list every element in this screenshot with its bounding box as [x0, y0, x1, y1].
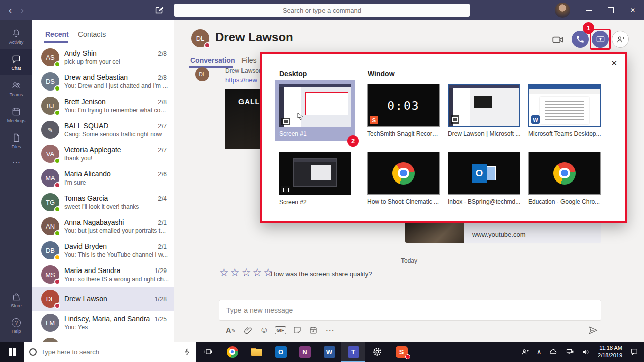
- list-item[interactable]: VA Victoria Applegate2/7thank you!: [32, 142, 174, 166]
- user-avatar[interactable]: [555, 3, 570, 18]
- task-view-button[interactable]: [196, 342, 220, 362]
- more-options-icon[interactable]: [323, 325, 336, 336]
- list-item-drew-lawson[interactable]: DL Drew Lawson1/28: [32, 287, 174, 311]
- onenote-icon: [299, 346, 311, 358]
- message-link[interactable]: https://new: [225, 76, 257, 84]
- taskbar-chrome[interactable]: [220, 342, 245, 362]
- sticker-icon[interactable]: [291, 325, 304, 336]
- files-icon: [11, 133, 21, 143]
- gif-icon[interactable]: GIF: [274, 325, 287, 336]
- tile-label: Drew Lawson | Microsoft ...: [448, 130, 521, 137]
- list-item[interactable]: TG Tomas Garcia2/4sweet i'll look it ove…: [32, 190, 174, 214]
- command-search-input[interactable]: [174, 4, 470, 17]
- presence-badge: [54, 85, 60, 92]
- people-icon[interactable]: [521, 348, 529, 356]
- onedrive-cloud-icon[interactable]: [549, 347, 558, 356]
- format-icon[interactable]: [224, 325, 237, 336]
- list-item[interactable]: AS Andy Shin2/8pick up from your cel: [32, 45, 174, 69]
- chrome-window-thumbnail: [367, 152, 440, 195]
- tab-files[interactable]: Files: [242, 56, 257, 64]
- taskbar-file-explorer[interactable]: [245, 342, 269, 362]
- help-icon: [12, 318, 21, 327]
- presence-badge: [54, 303, 60, 309]
- chevron-up-icon[interactable]: [537, 348, 541, 355]
- rating-stars[interactable]: ☆☆☆☆☆: [219, 266, 274, 279]
- sidebar-item-help[interactable]: Help: [0, 313, 32, 339]
- taskbar-clock[interactable]: 11:18 AM 2/18/2019: [598, 344, 622, 360]
- taskbar-teams[interactable]: [341, 342, 365, 362]
- taskbar-word[interactable]: [317, 342, 341, 362]
- avatar: MA: [41, 169, 59, 187]
- list-item[interactable]: AN Anna Nagabayashi2/1You: but just emai…: [32, 214, 174, 238]
- outlook-window-thumbnail: [448, 152, 520, 195]
- action-center-icon[interactable]: [630, 347, 639, 356]
- presence-badge: [54, 110, 60, 116]
- share-tile-teams-window[interactable]: Drew Lawson | Microsoft ...: [448, 84, 521, 137]
- emoji-icon[interactable]: [258, 325, 271, 336]
- taskbar-onenote[interactable]: [293, 342, 317, 362]
- list-item-partial[interactable]: [32, 335, 174, 342]
- sidebar-item-meetings[interactable]: Meetings: [0, 102, 32, 128]
- list-item[interactable]: LM Lindsey, Maria, and Sandra1/25You: Ye…: [32, 311, 174, 335]
- microphone-icon[interactable]: [183, 348, 191, 356]
- new-chat-icon[interactable]: [154, 5, 165, 16]
- close-icon[interactable]: [611, 59, 617, 68]
- share-tile-chrome-cinematic[interactable]: How to Shoot Cinematic ...: [367, 152, 440, 205]
- list-item[interactable]: ✎ BALL SQUAD2/7Cang: Some serious traffi…: [32, 118, 174, 142]
- sidebar-item-activity[interactable]: Activity: [0, 23, 32, 49]
- minimize-button[interactable]: [578, 0, 600, 20]
- screen-share-button[interactable]: [592, 31, 609, 48]
- network-icon[interactable]: [566, 348, 574, 356]
- share-tile-screen-2[interactable]: Screen #2: [279, 152, 351, 206]
- list-item[interactable]: DB David Bryden2/1You: This is the YouTu…: [32, 238, 174, 262]
- send-icon[interactable]: [587, 325, 600, 336]
- message-input[interactable]: [219, 300, 601, 321]
- maximize-button[interactable]: [600, 0, 622, 20]
- start-button[interactable]: [0, 342, 24, 362]
- back-icon[interactable]: [4, 0, 16, 20]
- share-tile-snagit[interactable]: 0:03 TechSmith Snagit Recorder: [367, 84, 441, 137]
- screen-2-thumbnail: [279, 152, 351, 195]
- avatar: BJ: [41, 97, 59, 115]
- rail-label: Files: [11, 144, 21, 149]
- windows-logo-icon: [9, 348, 16, 356]
- taskbar-snagit[interactable]: [389, 342, 414, 362]
- tab-conversation[interactable]: Conversation: [190, 56, 235, 64]
- avatar: ✎: [41, 121, 59, 139]
- list-item[interactable]: DS Drew and Sebastian2/8You: Drew and I …: [32, 69, 174, 94]
- share-tile-word-doc[interactable]: Microsoft Teams Desktop...: [528, 84, 601, 137]
- taskbar-outlook[interactable]: [269, 342, 293, 362]
- sidebar-item-files[interactable]: Files: [0, 128, 32, 154]
- attach-icon[interactable]: [242, 325, 255, 336]
- windows-taskbar: 11:18 AM 2/18/2019: [0, 342, 644, 362]
- volume-icon[interactable]: [582, 348, 590, 356]
- taskbar-settings[interactable]: [365, 342, 389, 362]
- sidebar-item-chat[interactable]: Chat: [0, 49, 32, 75]
- sidebar-item-store[interactable]: Store: [0, 287, 32, 313]
- tile-label: Screen #2: [279, 199, 351, 206]
- chat-icon: [11, 54, 21, 64]
- tab-contacts[interactable]: Contacts: [78, 30, 106, 38]
- avatar: DS: [41, 72, 59, 90]
- share-tile-outlook[interactable]: Inbox - BSpring@techmd...: [448, 152, 520, 205]
- page-title: Drew Lawson: [215, 30, 293, 44]
- sidebar-item-teams[interactable]: Teams: [0, 75, 32, 102]
- presence-badge: [54, 206, 60, 212]
- forward-icon[interactable]: [16, 0, 28, 20]
- chat-list-tabs: Recent Contacts: [32, 20, 174, 45]
- taskbar-search[interactable]: [24, 342, 196, 362]
- share-tile-screen-1[interactable]: Screen #1: [275, 80, 355, 141]
- sidebar-item-more[interactable]: ⋯: [0, 154, 32, 170]
- list-item[interactable]: BJ Brett Jenison2/8You: I'm trying to re…: [32, 94, 174, 118]
- taskbar-search-input[interactable]: [41, 348, 179, 356]
- list-item[interactable]: MS Maria and Sandra1/29You: so there IS …: [32, 262, 174, 287]
- tab-recent[interactable]: Recent: [45, 30, 69, 38]
- share-tile-chrome-education[interactable]: Education - Google Chro...: [528, 152, 601, 205]
- schedule-meeting-icon[interactable]: [307, 325, 320, 336]
- word-icon: [531, 115, 540, 124]
- video-call-icon[interactable]: [551, 33, 565, 46]
- add-people-button[interactable]: [612, 31, 629, 48]
- close-button[interactable]: [622, 0, 644, 20]
- list-item[interactable]: MA Maria Alicando2/6I'm sure: [32, 166, 174, 190]
- conversation-avatar: DL: [191, 29, 209, 47]
